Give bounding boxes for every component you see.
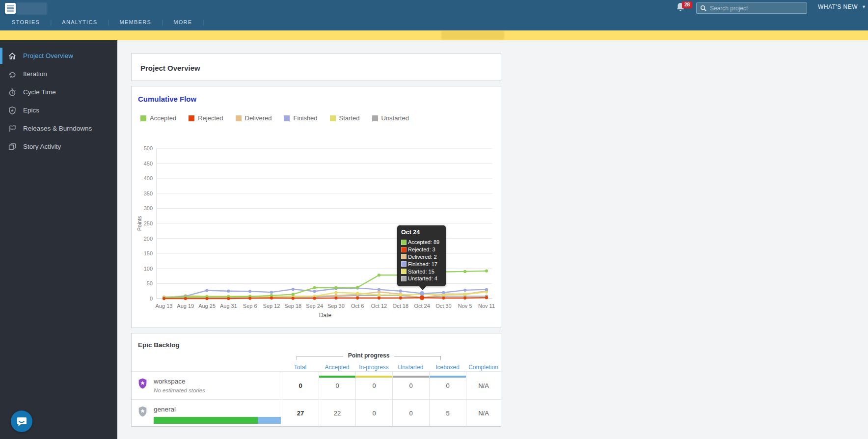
epic-cell-completion: N/A bbox=[466, 400, 501, 427]
tooltip-value: Delivered: 2 bbox=[408, 254, 437, 260]
epic-cell-iceboxed: 5 bbox=[429, 400, 466, 427]
sidebar-item-label: Releases & Burndowns bbox=[23, 125, 92, 132]
chart-title: Cumulative Flow bbox=[132, 86, 501, 103]
legend-item-delivered[interactable]: Delivered bbox=[236, 114, 272, 122]
epic-name-cell: workspaceNo estimated stories bbox=[132, 372, 282, 399]
legend-item-started[interactable]: Started bbox=[330, 114, 360, 122]
svg-text:200: 200 bbox=[144, 236, 153, 242]
svg-text:Sep 12: Sep 12 bbox=[263, 303, 280, 309]
svg-text:Aug 13: Aug 13 bbox=[156, 303, 173, 309]
sidebar-item-cycle-time[interactable]: Cycle Time bbox=[0, 83, 117, 101]
whats-new-menu[interactable]: WHAT'S NEW ▼ bbox=[818, 3, 866, 10]
sidebar-item-label: Project Overview bbox=[23, 52, 73, 59]
tooltip-pointer bbox=[419, 286, 427, 290]
search-icon bbox=[700, 5, 706, 11]
column-header-iceboxed: Iceboxed bbox=[429, 362, 466, 371]
legend-item-rejected[interactable]: Rejected bbox=[189, 114, 223, 122]
svg-text:Oct 24: Oct 24 bbox=[414, 303, 430, 309]
project-name-redacted bbox=[17, 2, 47, 15]
notice-banner bbox=[0, 30, 868, 40]
sidebar-item-story-activity[interactable]: Story Activity bbox=[0, 137, 117, 156]
epic-cell-unstarted: 0 bbox=[392, 400, 429, 427]
tooltip-value: Accepted: 89 bbox=[408, 239, 439, 245]
epic-row-workspace: workspaceNo estimated stories00000N/A bbox=[132, 371, 501, 399]
legend-swatch bbox=[330, 115, 336, 121]
epic-name[interactable]: workspace bbox=[154, 378, 205, 385]
legend-swatch bbox=[284, 115, 290, 121]
search-input[interactable] bbox=[710, 5, 798, 12]
svg-text:Sep 24: Sep 24 bbox=[306, 303, 323, 309]
legend-label: Rejected bbox=[198, 114, 223, 122]
whats-new-label: WHAT'S NEW bbox=[818, 3, 858, 10]
epic-progress-accepted bbox=[154, 417, 258, 424]
svg-text:Date: Date bbox=[319, 312, 332, 319]
column-header-completion: Completion bbox=[466, 362, 501, 371]
sidebar-item-iteration[interactable]: Iteration bbox=[0, 65, 117, 83]
epic-cell-unstarted: 0 bbox=[392, 372, 429, 399]
svg-text:Nov 5: Nov 5 bbox=[458, 303, 472, 309]
point-progress-bracket: Point progress bbox=[297, 352, 441, 360]
epic-name-cell: general bbox=[132, 400, 282, 427]
tab-members[interactable]: MEMBERS bbox=[119, 19, 151, 25]
analytics-sidebar: Project OverviewIterationCycle TimeEpics… bbox=[0, 40, 117, 439]
notifications-bell[interactable]: 28 bbox=[676, 2, 692, 17]
tab-more[interactable]: MORE bbox=[173, 19, 192, 25]
sidebar-item-label: Cycle Time bbox=[23, 88, 56, 96]
tracker-logo-icon[interactable] bbox=[5, 3, 16, 14]
tab-separator: | bbox=[203, 19, 204, 26]
column-header-accepted: Accepted bbox=[319, 362, 355, 371]
tab-separator: | bbox=[108, 19, 109, 26]
tab-stories[interactable]: STORIES bbox=[12, 19, 40, 25]
svg-text:Sep 18: Sep 18 bbox=[284, 303, 301, 309]
tooltip-swatch bbox=[401, 254, 407, 259]
epic-cell-total: 27 bbox=[282, 400, 319, 427]
column-header-unstarted: Unstarted bbox=[392, 362, 429, 371]
sidebar-item-project-overview[interactable]: Project Overview bbox=[0, 47, 117, 65]
column-header-in-progress: In-progress bbox=[355, 362, 392, 371]
epic-cell-total: 0 bbox=[282, 372, 319, 399]
tooltip-swatch bbox=[401, 261, 407, 267]
cards-icon bbox=[8, 142, 17, 151]
svg-text:300: 300 bbox=[144, 205, 153, 211]
epic-shield-icon bbox=[137, 378, 148, 389]
sidebar-item-label: Epics bbox=[23, 107, 39, 114]
epic-backlog-title: Epic Backlog bbox=[132, 333, 501, 349]
shield-icon bbox=[8, 106, 17, 115]
svg-text:0: 0 bbox=[150, 296, 153, 302]
sidebar-item-label: Story Activity bbox=[23, 143, 61, 150]
svg-text:Oct 30: Oct 30 bbox=[435, 303, 451, 309]
legend-swatch bbox=[236, 115, 242, 121]
tooltip-value: Started: 15 bbox=[408, 269, 434, 274]
svg-text:450: 450 bbox=[144, 161, 153, 166]
tooltip-row-accepted: Accepted: 89 bbox=[401, 239, 442, 246]
svg-text:Sep 30: Sep 30 bbox=[327, 303, 345, 309]
epic-cell-in-progress: 0 bbox=[355, 400, 392, 427]
home-icon bbox=[8, 52, 17, 60]
svg-text:400: 400 bbox=[144, 175, 153, 181]
chat-launcher-button[interactable] bbox=[11, 411, 32, 432]
tab-analytics[interactable]: ANALYTICS bbox=[62, 19, 97, 25]
epic-note: No estimated stories bbox=[154, 387, 205, 393]
point-progress-label: Point progress bbox=[343, 352, 395, 359]
legend-item-finished[interactable]: Finished bbox=[284, 114, 317, 122]
page-title: Project Overview bbox=[132, 54, 501, 72]
top-nav: STORIES|ANALYTICS|MEMBERS|MORE| bbox=[12, 16, 215, 28]
epic-name[interactable]: general bbox=[154, 406, 281, 413]
tab-separator: | bbox=[162, 19, 163, 26]
sidebar-item-epics[interactable]: Epics bbox=[0, 101, 117, 119]
cumulative-flow-chart[interactable]: 050100150200250300350400450500Aug 13Aug … bbox=[136, 128, 499, 321]
svg-text:Oct 6: Oct 6 bbox=[351, 303, 364, 309]
epic-cell-in-progress: 0 bbox=[355, 372, 392, 399]
svg-text:Points: Points bbox=[136, 216, 142, 231]
sidebar-item-releases-burndowns[interactable]: Releases & Burndowns bbox=[0, 119, 117, 137]
tooltip-value: Rejected: 3 bbox=[408, 247, 435, 252]
svg-text:Aug 19: Aug 19 bbox=[177, 303, 194, 309]
tooltip-date: Oct 24 bbox=[401, 229, 442, 236]
svg-text:Oct 12: Oct 12 bbox=[371, 303, 387, 309]
legend-item-accepted[interactable]: Accepted bbox=[140, 114, 176, 122]
legend-item-unstarted[interactable]: Unstarted bbox=[372, 114, 409, 122]
tooltip-row-finished: Finished: 17 bbox=[401, 260, 442, 268]
tooltip-swatch bbox=[401, 247, 407, 252]
epic-shield-icon bbox=[137, 406, 148, 417]
sidebar-nav: Project OverviewIterationCycle TimeEpics… bbox=[0, 40, 117, 156]
